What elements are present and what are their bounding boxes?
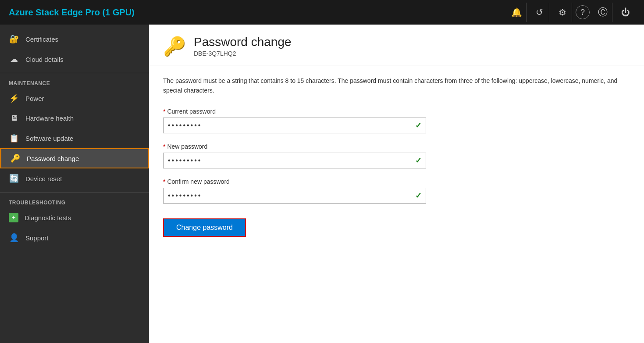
main-layout: 🔐 Certificates ☁ Cloud details MAINTENAN… bbox=[0, 25, 644, 343]
reset-icon: 🔄 bbox=[9, 174, 19, 183]
sidebar-item-power[interactable]: ⚡ Power bbox=[0, 88, 149, 108]
key-icon: 🔑 bbox=[10, 154, 21, 163]
current-password-label: * Current password bbox=[163, 108, 630, 115]
page-header-text: Password change DBE-3Q7LHQ2 bbox=[194, 35, 292, 57]
sidebar-item-label: Certificates bbox=[25, 36, 58, 43]
required-marker: * bbox=[163, 108, 165, 115]
sidebar-item-label: Software update bbox=[25, 135, 73, 142]
refresh-icon[interactable]: ↺ bbox=[530, 3, 549, 22]
confirm-password-input[interactable] bbox=[163, 188, 426, 204]
change-password-button[interactable]: Change password bbox=[163, 218, 246, 237]
topbar-actions: 🔔 ↺ ⚙ ? Ⓒ ⏻ bbox=[507, 3, 635, 22]
required-marker: * bbox=[163, 143, 165, 150]
settings-icon[interactable]: ⚙ bbox=[553, 3, 572, 22]
confirm-password-label: * Confirm new password bbox=[163, 178, 630, 185]
confirm-password-checkmark: ✓ bbox=[415, 191, 422, 200]
sidebar-item-device-reset[interactable]: 🔄 Device reset bbox=[0, 168, 149, 189]
sidebar-item-hardware-health[interactable]: 🖥 Hardware health bbox=[0, 108, 149, 128]
current-password-checkmark: ✓ bbox=[415, 121, 422, 130]
sidebar-item-label: Support bbox=[25, 234, 49, 242]
help-icon[interactable]: ? bbox=[576, 5, 590, 19]
new-password-checkmark: ✓ bbox=[415, 156, 422, 165]
troubleshooting-section-label: TROUBLESHOOTING bbox=[0, 192, 149, 207]
sidebar-item-label: Diagnostic tests bbox=[25, 214, 71, 222]
current-password-field: * Current password ✓ bbox=[163, 108, 630, 133]
bell-icon[interactable]: 🔔 bbox=[507, 3, 527, 22]
new-password-wrapper: ✓ bbox=[163, 153, 426, 168]
sidebar: 🔐 Certificates ☁ Cloud details MAINTENAN… bbox=[0, 25, 149, 343]
topbar: Azure Stack Edge Pro (1 GPU) 🔔 ↺ ⚙ ? Ⓒ ⏻ bbox=[0, 0, 644, 25]
page-header: 🔑 Password change DBE-3Q7LHQ2 bbox=[149, 25, 644, 65]
power-icon[interactable]: ⏻ bbox=[616, 3, 635, 22]
maintenance-section-label: MAINTENANCE bbox=[0, 73, 149, 88]
sidebar-item-software-update[interactable]: 📋 Software update bbox=[0, 128, 149, 148]
sidebar-item-label: Power bbox=[25, 95, 44, 102]
support-icon: 👤 bbox=[9, 233, 19, 243]
hardware-icon: 🖥 bbox=[9, 114, 19, 123]
confirm-password-field: * Confirm new password ✓ bbox=[163, 178, 630, 204]
sidebar-item-label: Cloud details bbox=[25, 56, 64, 63]
sidebar-item-diagnostic-tests[interactable]: + Diagnostic tests bbox=[0, 207, 149, 228]
confirm-password-wrapper: ✓ bbox=[163, 188, 426, 204]
new-password-label: * New password bbox=[163, 143, 630, 150]
current-password-wrapper: ✓ bbox=[163, 118, 426, 133]
sidebar-item-label: Password change bbox=[27, 155, 79, 162]
current-password-input[interactable] bbox=[163, 118, 426, 133]
new-password-field: * New password ✓ bbox=[163, 143, 630, 168]
content-area: 🔑 Password change DBE-3Q7LHQ2 The passwo… bbox=[149, 25, 644, 343]
cloud-icon: ☁ bbox=[9, 54, 19, 64]
page-subtitle: DBE-3Q7LHQ2 bbox=[194, 50, 292, 57]
form-area: The password must be a string that conta… bbox=[149, 65, 644, 247]
sidebar-item-support[interactable]: 👤 Support bbox=[0, 228, 149, 248]
sidebar-item-certificates[interactable]: 🔐 Certificates bbox=[0, 29, 149, 49]
password-description: The password must be a string that conta… bbox=[163, 76, 623, 96]
sidebar-item-label: Hardware health bbox=[25, 114, 74, 122]
sidebar-item-label: Device reset bbox=[25, 175, 62, 182]
page-key-icon: 🔑 bbox=[163, 36, 186, 57]
page-title: Password change bbox=[194, 35, 292, 49]
app-title: Azure Stack Edge Pro (1 GPU) bbox=[9, 7, 135, 18]
certificates-icon: 🔐 bbox=[9, 34, 19, 44]
sidebar-item-cloud-details[interactable]: ☁ Cloud details bbox=[0, 49, 149, 69]
required-marker: * bbox=[163, 178, 165, 185]
sidebar-item-password-change[interactable]: 🔑 Password change bbox=[0, 148, 149, 168]
diagnostic-icon: + bbox=[9, 213, 18, 222]
power-sidebar-icon: ⚡ bbox=[9, 93, 19, 103]
copyright-icon[interactable]: Ⓒ bbox=[593, 3, 612, 22]
software-icon: 📋 bbox=[9, 133, 19, 143]
new-password-input[interactable] bbox=[163, 153, 426, 168]
